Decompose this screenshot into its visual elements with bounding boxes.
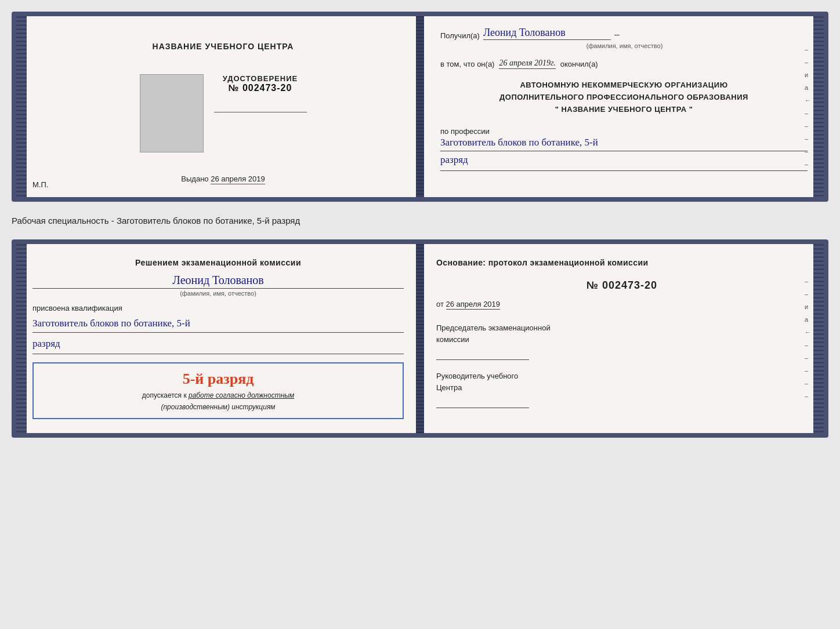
bottom-card-right: Основание: протокол экзаменационной коми… (420, 244, 824, 433)
profession-prefix: по профессии (440, 127, 808, 136)
spine-texture (416, 16, 424, 197)
chairman-label: Председатель экзаменационной комиссии (436, 322, 808, 345)
issued-date: 26 апреля 2019 (211, 174, 265, 184)
recipient-subtext: (фамилия, имя, отчество) (441, 42, 808, 49)
org-line1: АВТОНОМНУЮ НЕКОММЕРЧЕСКУЮ ОРГАНИЗАЦИЮ (440, 79, 808, 92)
stamp-admission-prefix: допускается к (142, 391, 187, 399)
director-sig-line (436, 398, 529, 408)
completion-date-line: в том, что он(а) 26 апреля 2019г. окончи… (440, 59, 808, 69)
stamp-admission: допускается к работе согласно должностны… (142, 391, 295, 399)
issued-line: Выдано 26 апреля 2019 (181, 174, 265, 183)
org-block: АВТОНОМНУЮ НЕКОММЕРЧЕСКУЮ ОРГАНИЗАЦИЮ ДО… (440, 79, 808, 115)
protocol-number: № 002473-20 (436, 279, 808, 292)
decision-subtext: (фамилия, имя, отчество) (32, 290, 404, 297)
from-date-line: от 26 апреля 2019 (436, 300, 808, 308)
stamp-rank: 5-й разряд (183, 370, 254, 388)
chairman-sig-line (436, 350, 529, 360)
cert-number: № 002473-20 (223, 83, 298, 93)
cert-label: УДОСТОВЕРЕНИЕ (223, 74, 298, 83)
recipient-dash: – (614, 30, 620, 40)
profession-block: по профессии Заготовитель блоков по бота… (440, 127, 808, 170)
bottom-card-left: Решением экзаменационной комиссии Леонид… (16, 244, 420, 433)
rank-value: разряд (440, 151, 808, 171)
from-prefix: от (436, 300, 444, 308)
top-card-left: НАЗВАНИЕ УЧЕБНОГО ЦЕНТРА УДОСТОВЕРЕНИЕ №… (16, 16, 424, 197)
chairman-block: Председатель экзаменационной комиссии (436, 322, 808, 360)
training-center-title-left: НАЗВАНИЕ УЧЕБНОГО ЦЕНТРА (153, 42, 294, 51)
bottom-certificate-card: Решением экзаменационной комиссии Леонид… (12, 239, 828, 438)
decision-name: Леонид Толованов (32, 274, 404, 289)
stamp-box: 5-й разряд допускается к работе согласно… (32, 362, 404, 419)
recipient-label: Получил(а) (440, 31, 480, 40)
decision-text: Решением экзаменационной комиссии (32, 257, 404, 269)
side-marks: – – и а ← – – – – – (805, 46, 811, 168)
basis-label: Основание: протокол экзаменационной коми… (436, 257, 808, 269)
cert-number-block: УДОСТОВЕРЕНИЕ № 002473-20 (223, 74, 298, 93)
specialty-line: Рабочая специальность - Заготовитель бло… (12, 212, 828, 229)
mp-label: М.П. (32, 180, 48, 189)
date-value: 26 апреля 2019г. (499, 59, 555, 69)
top-certificate-card: НАЗВАНИЕ УЧЕБНОГО ЦЕНТРА УДОСТОВЕРЕНИЕ №… (12, 12, 828, 202)
bottom-side-marks: – – и а ← – – – – – (805, 278, 811, 399)
date-prefix: в том, что он(а) (440, 60, 494, 68)
director-block: Руководитель учебного Центра (436, 370, 808, 408)
stamp-admission-value: работе согласно должностным (189, 391, 294, 399)
qualification-value: Заготовитель блоков по ботанике, 5-й (32, 316, 404, 333)
photo-placeholder (140, 74, 204, 152)
date-suffix: окончил(а) (560, 60, 598, 68)
org-line2: ДОПОЛНИТЕЛЬНОГО ПРОФЕССИОНАЛЬНОГО ОБРАЗО… (440, 92, 808, 104)
recipient-name: Леонид Толованов (483, 27, 611, 40)
stamp-instructions: (производственным) инструкциям (161, 403, 275, 411)
top-card-right: Получил(а) Леонид Толованов – (фамилия, … (424, 16, 824, 197)
qualification-label: присвоена квалификация (32, 304, 404, 312)
from-date-value: 26 апреля 2019 (446, 300, 501, 310)
org-line3: " НАЗВАНИЕ УЧЕБНОГО ЦЕНТРА " (440, 104, 808, 116)
page-container: НАЗВАНИЕ УЧЕБНОГО ЦЕНТРА УДОСТОВЕРЕНИЕ №… (12, 12, 828, 438)
director-label: Руководитель учебного Центра (436, 370, 808, 393)
profession-value: Заготовитель блоков по ботанике, 5-й (440, 136, 808, 151)
rank-bottom-value: разряд (32, 335, 404, 355)
recipient-line: Получил(а) Леонид Толованов – (440, 27, 808, 40)
bottom-spine-texture (416, 244, 424, 433)
issued-prefix: Выдано (181, 174, 208, 183)
